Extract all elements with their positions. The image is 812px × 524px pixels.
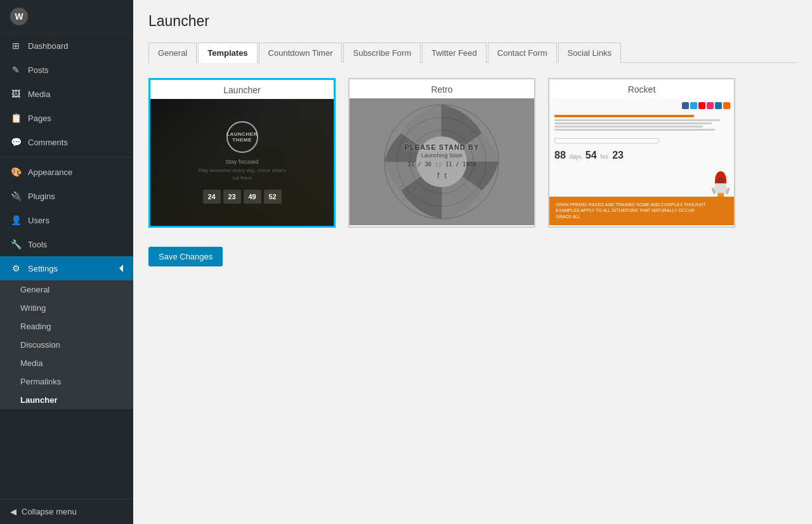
social-icon-instagram — [707, 102, 714, 109]
template-title-launcher: Launcher — [150, 80, 334, 99]
rocket-image-container — [715, 171, 726, 197]
rocket-preview-bg: 88 days 54 hrs 23 — [549, 98, 734, 225]
save-changes-button[interactable]: Save Changes — [148, 247, 223, 266]
submenu-general[interactable]: General — [0, 280, 133, 299]
tab-social[interactable]: Social Links — [558, 43, 621, 63]
launcher-preview-content: LAUNCHERTHEME Stay focusedStay awesome e… — [198, 121, 287, 204]
settings-submenu: General Writing Reading Discussion Media… — [0, 280, 133, 409]
submenu-permalinks[interactable]: Permalinks — [0, 372, 133, 391]
tab-contact[interactable]: Contact Form — [488, 43, 557, 63]
tab-general[interactable]: General — [148, 43, 197, 63]
tab-countdown[interactable]: Countdown Timer — [259, 43, 343, 63]
sidebar-item-comments[interactable]: 💬 Comments — [0, 130, 133, 154]
social-icon-youtube — [698, 102, 705, 109]
sidebar-item-label: Comments — [28, 138, 68, 147]
rocket-text-line-1 — [554, 119, 720, 121]
sidebar-item-posts[interactable]: ✎ Posts — [0, 58, 133, 82]
rocket-count-2-label: hrs — [601, 154, 609, 160]
rocket-count-2: 54 — [586, 150, 597, 161]
template-preview-launcher: LAUNCHERTHEME Stay focusedStay awesome e… — [150, 99, 334, 226]
count-seconds: 52 — [264, 190, 282, 204]
social-icon-linkedin — [715, 102, 722, 109]
sidebar-item-settings[interactable]: ⚙ Settings — [0, 256, 133, 280]
sidebar-item-label: Users — [28, 216, 49, 225]
sidebar-item-label: Dashboard — [28, 41, 69, 51]
sidebar-item-dashboard[interactable]: ⊞ Dashboard — [0, 34, 133, 58]
launcher-logo: LAUNCHERTHEME — [226, 121, 258, 153]
sidebar-item-appearance[interactable]: 🎨 Appearance — [0, 160, 133, 184]
rocket-body-shape — [715, 171, 726, 193]
retro-text-overlay: PLEASE STAND BY Launching Soon 31 / 36 :… — [405, 143, 479, 180]
tabs-navigation: General Templates Countdown Timer Subscr… — [148, 43, 797, 63]
sidebar-item-label: Pages — [28, 114, 51, 123]
template-card-retro[interactable]: Retro — [348, 78, 535, 228]
sidebar-item-pages[interactable]: 📋 Pages — [0, 106, 133, 130]
count-days: 24 — [203, 190, 221, 204]
sidebar-item-label: Settings — [28, 264, 58, 273]
retro-main-text: PLEASE STAND BY — [405, 143, 479, 151]
social-icon-facebook — [682, 102, 689, 109]
tab-twitter[interactable]: Twitter Feed — [422, 43, 487, 63]
rocket-text-line-2 — [554, 122, 712, 124]
social-icon-twitter — [690, 102, 697, 109]
tools-icon: 🔧 — [10, 239, 22, 250]
comments-icon: 💬 — [10, 136, 22, 148]
template-card-launcher[interactable]: Launcher LAUNCHERTHEME Stay focusedStay … — [148, 78, 336, 228]
page-title: Launcher — [148, 13, 797, 30]
sidebar-item-plugins[interactable]: 🔌 Plugins — [0, 184, 133, 208]
media-icon: 🖼 — [10, 88, 22, 100]
rocket-text-content — [554, 115, 729, 146]
rocket-top-section: 88 days 54 hrs 23 — [549, 98, 734, 197]
templates-grid: Launcher LAUNCHERTHEME Stay focusedStay … — [148, 78, 797, 228]
retro-sub-text: Launching Soon — [405, 152, 479, 159]
wordpress-icon: W — [10, 8, 28, 25]
sidebar-item-label: Media — [28, 89, 50, 99]
rocket-bar-text-3: GRACE ALL — [556, 214, 728, 220]
appearance-icon: 🎨 — [10, 166, 22, 178]
plugins-icon: 🔌 — [10, 190, 22, 202]
posts-icon: ✎ — [10, 64, 22, 75]
submenu-discussion[interactable]: Discussion — [0, 336, 133, 354]
template-title-rocket: Rocket — [549, 79, 734, 98]
rocket-orange-bar: GRAN PREMIO RACED AND TRAINED SOME AND C… — [549, 197, 734, 225]
rocket-social-icons — [682, 102, 730, 109]
tab-subscribe[interactable]: Subscribe Form — [343, 43, 421, 63]
social-icon-rss — [723, 102, 730, 109]
collapse-menu-button[interactable]: ◀ Collapse menu — [0, 499, 133, 524]
collapse-menu-label: Collapse menu — [22, 507, 77, 516]
launcher-preview-bg: LAUNCHERTHEME Stay focusedStay awesome e… — [150, 99, 334, 226]
sidebar-item-label: Posts — [28, 65, 49, 75]
submenu-launcher[interactable]: Launcher — [0, 391, 133, 409]
dashboard-icon: ⊞ — [10, 40, 22, 51]
sidebar-item-tools[interactable]: 🔧 Tools — [0, 232, 133, 256]
rocket-text-line-3 — [554, 126, 703, 128]
launcher-countdown: 24 23 49 52 — [203, 190, 282, 204]
launcher-tagline: Stay focusedStay awesome every day, chec… — [198, 158, 287, 182]
submenu-reading[interactable]: Reading — [0, 317, 133, 336]
sidebar-item-label: Tools — [28, 240, 47, 249]
main-content: Launcher General Templates Countdown Tim… — [133, 0, 812, 524]
settings-icon: ⚙ — [10, 263, 22, 274]
rocket-text-line-4 — [554, 129, 715, 131]
sidebar-separator-1 — [0, 157, 133, 157]
count-hours: 23 — [223, 190, 241, 204]
rocket-window — [718, 178, 723, 183]
pages-icon: 📋 — [10, 112, 22, 124]
template-title-retro: Retro — [350, 79, 534, 98]
sidebar-item-label: Appearance — [28, 167, 72, 177]
tab-templates[interactable]: Templates — [198, 43, 257, 63]
sidebar-item-media[interactable]: 🖼 Media — [0, 82, 133, 106]
rocket-fin-right — [725, 187, 730, 194]
template-card-rocket[interactable]: Rocket — [548, 78, 735, 228]
count-minutes: 49 — [244, 190, 261, 204]
retro-social-row: f t — [405, 171, 479, 180]
users-icon: 👤 — [10, 214, 22, 226]
rocket-count-1-label: days — [570, 154, 582, 160]
sidebar-logo: W — [0, 0, 133, 34]
sidebar-item-users[interactable]: 👤 Users — [0, 208, 133, 232]
rocket-count-1: 88 — [554, 150, 566, 161]
launcher-logo-text: LAUNCHERTHEME — [226, 131, 258, 143]
rocket-countdown-numbers: 88 days 54 hrs 23 — [554, 150, 729, 161]
submenu-writing[interactable]: Writing — [0, 299, 133, 317]
submenu-media[interactable]: Media — [0, 354, 133, 372]
